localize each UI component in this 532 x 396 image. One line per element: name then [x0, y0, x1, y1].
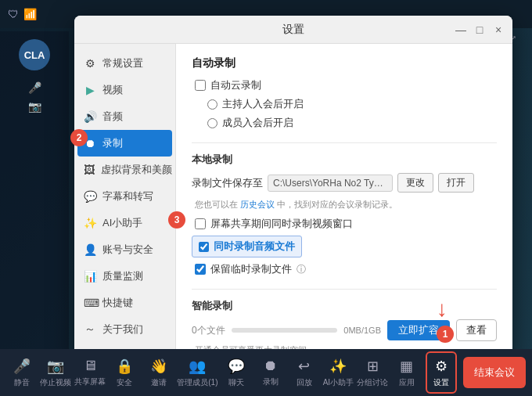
sidebar-label-quality: 质量监测: [102, 269, 143, 283]
manage-label: 管理成员(1): [177, 377, 217, 388]
sidebar-label-subtitle: 字幕和转写: [102, 189, 153, 203]
annotation-badge-2: 2: [70, 129, 88, 146]
sidebar-label-virtual: 虚拟背景和美颜: [101, 163, 172, 177]
modal-titlebar: 设置 — □ ×: [74, 16, 512, 44]
signal-icon: 📶: [23, 8, 37, 20]
divider2: [192, 289, 497, 290]
sidebar-item-record[interactable]: ⏺ 录制: [77, 130, 172, 157]
minimize-button[interactable]: —: [455, 23, 467, 36]
chat-button[interactable]: 💬 聊天: [221, 351, 251, 394]
apps-button[interactable]: ▦ 应用: [391, 351, 422, 394]
open-path-button[interactable]: 打开: [438, 173, 474, 193]
auto-cloud-checkbox[interactable]: [195, 80, 206, 91]
auto-cloud-row: 自动云录制: [192, 78, 497, 92]
file-path-value: C:\Users\YoRHa No2 Type B\: [268, 175, 393, 192]
sidebar-item-ai[interactable]: ✨ AI小助手: [74, 210, 175, 236]
gear-icon: ⚙: [84, 57, 96, 70]
change-path-button[interactable]: 更改: [397, 173, 433, 193]
lock-icon: 🔒: [116, 358, 133, 375]
record-tool-icon: ⏺: [264, 358, 278, 374]
file-count: 0个文件: [192, 324, 225, 337]
hint-text: 您也可以在 历史会议 中，找到对应的会议录制记录。: [192, 199, 497, 211]
mute-label: 静音: [14, 377, 30, 388]
divider1: [192, 142, 497, 143]
sidebar-label-record: 录制: [102, 136, 123, 150]
sidebar-label-about: 关于我们: [102, 322, 143, 337]
audio-icon: 🔊: [84, 110, 96, 123]
keep-temp-info-icon[interactable]: ⓘ: [297, 263, 306, 276]
record-audio-checkbox[interactable]: [199, 242, 209, 252]
record-button[interactable]: ⏺ 录制: [255, 351, 286, 394]
close-button[interactable]: ×: [492, 23, 505, 36]
ai-icon: ✨: [84, 217, 96, 229]
invite-button[interactable]: 👋 邀请: [143, 351, 174, 394]
sidebar-item-virtual[interactable]: 🖼 虚拟背景和美颜: [74, 157, 175, 183]
mute-button[interactable]: 🎤 静音: [6, 351, 37, 394]
share-icon: 🖥: [83, 358, 97, 374]
smart-record-title: 智能录制: [192, 299, 497, 313]
sidebar-label-shortcut: 快捷键: [102, 296, 133, 310]
shield-icon: 🛡: [8, 8, 19, 20]
shortcut-icon: ⌨: [84, 297, 96, 309]
status-icons: 🛡 📶: [8, 8, 37, 20]
account-icon: 👤: [84, 243, 96, 256]
left-panel: CLA 🎤 📷: [0, 31, 69, 349]
playback-label: 回放: [297, 377, 312, 388]
virtual-icon: 🖼: [84, 164, 95, 176]
sidebar-item-quality[interactable]: 📊 质量监测: [74, 263, 175, 290]
camera-icon: 📷: [47, 358, 64, 375]
end-meeting-button[interactable]: 结束会议: [463, 357, 526, 388]
apps-icon: ▦: [400, 358, 413, 375]
settings-label: 设置: [433, 377, 449, 388]
avatar: CLA: [19, 39, 50, 70]
keep-temp-label: 保留临时录制文件: [210, 262, 292, 276]
ai-button[interactable]: ✨ AI小助手: [323, 351, 354, 394]
host-start-radio[interactable]: [207, 99, 217, 110]
sidebar-item-subtitle[interactable]: 💬 字幕和转写: [74, 183, 175, 210]
sidebar-item-audio[interactable]: 🔊 音频: [74, 103, 175, 130]
video-small-btn[interactable]: 📷: [28, 100, 41, 113]
host-start-row: 主持人入会后开启: [192, 97, 497, 111]
file-path-row: 录制文件保存至 C:\Users\YoRHa No2 Type B\ 更改 打开: [192, 173, 497, 193]
restore-button[interactable]: □: [473, 23, 486, 36]
view-files-button[interactable]: 查看: [456, 319, 497, 341]
storage-label: 0MB/1GB: [343, 326, 381, 335]
sidebar-item-video[interactable]: ▶ 视频: [74, 77, 175, 103]
mic-icon: 🎤: [13, 358, 31, 375]
keep-temp-checkbox[interactable]: [195, 264, 206, 275]
sidebar-item-about[interactable]: ～ 关于我们: [74, 316, 175, 343]
share-screen-button[interactable]: 🖥 共享屏幕: [74, 351, 106, 394]
sidebar-item-account[interactable]: 👤 账号与安全: [74, 236, 175, 263]
settings-arrow: ↓: [437, 297, 448, 322]
invite-label: 邀请: [151, 377, 167, 388]
main-content: 自动录制 自动云录制 主持人入会后开启 成员入会后开启 本地录制: [176, 44, 512, 360]
sidebar-label-video: 视频: [102, 83, 123, 97]
history-link[interactable]: 历史会议: [240, 200, 275, 209]
breakout-button[interactable]: ⊞ 分组讨论: [357, 351, 388, 394]
screen-share-checkbox[interactable]: [195, 218, 206, 229]
stop-video-button[interactable]: 📷 停止视频: [40, 351, 71, 394]
ai-tool-icon: ✨: [329, 358, 347, 375]
local-record-title: 本地录制: [192, 153, 497, 167]
sidebar-label-audio: 音频: [102, 110, 123, 124]
keep-temp-row: 保留临时录制文件 ⓘ: [192, 262, 497, 276]
screen-share-row: 屏幕共享期间同时录制视频窗口: [192, 217, 497, 231]
member-start-radio[interactable]: [207, 118, 217, 128]
save-to-label: 录制文件保存至: [192, 176, 263, 190]
security-label: 安全: [117, 377, 132, 388]
modal-controls: — □ ×: [455, 23, 505, 36]
mic-small-btn[interactable]: 🎤: [28, 81, 41, 94]
member-start-label: 成员入会后开启: [222, 116, 293, 130]
sidebar-item-general[interactable]: ⚙ 常规设置: [74, 50, 175, 77]
security-button[interactable]: 🔒 安全: [109, 351, 139, 394]
playback-button[interactable]: ↩ 回放: [289, 351, 319, 394]
about-icon: ～: [84, 322, 96, 337]
host-start-label: 主持人入会后开启: [222, 97, 304, 111]
apps-label: 应用: [399, 377, 415, 388]
annotation-badge-3: 3: [168, 211, 185, 229]
breakout-icon: ⊞: [367, 358, 379, 375]
manage-members-button[interactable]: 👥 管理成员(1): [177, 351, 217, 394]
settings-button[interactable]: ⚙ 设置: [426, 351, 457, 394]
sidebar-label-general: 常规设置: [102, 56, 143, 70]
sidebar-item-shortcut[interactable]: ⌨ 快捷键: [74, 290, 175, 316]
